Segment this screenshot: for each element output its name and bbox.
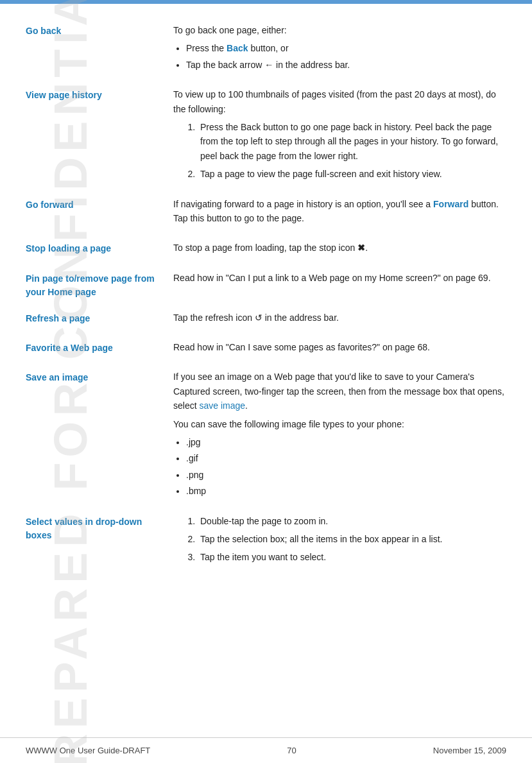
entry-label-go-forward: Go forward	[26, 197, 167, 230]
entry-content-favorite-web-page: Read how in "Can I save some pages as fa…	[173, 340, 506, 358]
entry-content-view-page-history: To view up to 100 thumbnails of pages vi…	[173, 87, 506, 185]
entry-refresh-page: Refresh a page Tap the refresh icon ↺ in…	[26, 311, 506, 329]
entry-label-favorite-web-page: Favorite a Web page	[26, 340, 167, 358]
entry-label-refresh-page: Refresh a page	[26, 311, 167, 329]
page-footer: WWWW One User Guide-DRAFT 70 November 15…	[0, 737, 532, 763]
forward-link: Forward	[433, 199, 468, 209]
entry-content-go-back: To go back one page, either: Press the B…	[173, 23, 506, 76]
entry-label-go-back: Go back	[26, 23, 167, 76]
entry-label-stop-loading: Stop loading a page	[26, 241, 167, 259]
entry-favorite-web-page: Favorite a Web page Read how in "Can I s…	[26, 340, 506, 358]
entry-save-image: Save an image If you see an image on a W…	[26, 370, 506, 502]
entry-select-dropdown: Select values in drop-down boxes Double-…	[26, 514, 506, 569]
entry-content-stop-loading: To stop a page from loading, tap the sto…	[173, 241, 506, 259]
entry-label-view-page-history: View page history	[26, 87, 167, 185]
footer-left: WWWW One User Guide-DRAFT	[26, 746, 150, 755]
entry-content-select-dropdown: Double-tap the page to zoom in. Tap the …	[173, 514, 506, 569]
entry-content-refresh-page: Tap the refresh icon ↺ in the address ba…	[173, 311, 506, 329]
entry-content-pin-page: Read how in "Can I put a link to a Web p…	[173, 271, 506, 299]
entry-pin-page: Pin page to/remove page from your Home p…	[26, 271, 506, 299]
entry-content-save-image: If you see an image on a Web page that y…	[173, 370, 506, 502]
entry-view-page-history: View page history To view up to 100 thum…	[26, 87, 506, 185]
back-link: Back	[227, 43, 248, 53]
save-image-link: save image	[199, 400, 245, 411]
page-content: Go back To go back one page, either: Pre…	[0, 4, 532, 729]
entry-label-save-image: Save an image	[26, 370, 167, 502]
footer-center: 70	[287, 746, 296, 755]
entry-label-select-dropdown: Select values in drop-down boxes	[26, 514, 167, 569]
footer-right: November 15, 2009	[433, 746, 506, 755]
entry-go-back: Go back To go back one page, either: Pre…	[26, 23, 506, 76]
entry-content-go-forward: If navigating forward to a page in histo…	[173, 197, 506, 230]
entry-label-pin-page: Pin page to/remove page from your Home p…	[26, 271, 167, 299]
entry-go-forward: Go forward If navigating forward to a pa…	[26, 197, 506, 230]
entry-stop-loading: Stop loading a page To stop a page from …	[26, 241, 506, 259]
